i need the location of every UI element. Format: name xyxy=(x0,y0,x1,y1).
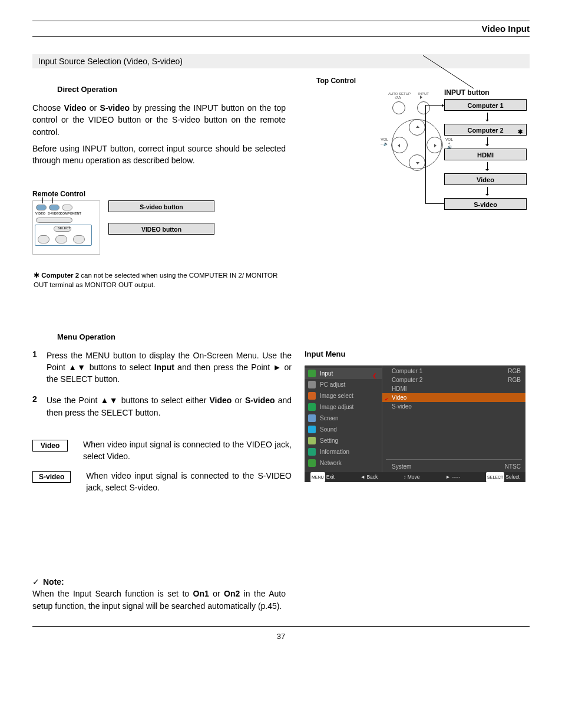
osd-item-sound[interactable]: Sound xyxy=(305,424,382,435)
s2c: or xyxy=(232,396,245,405)
na: When the Input Search function is set to xyxy=(32,589,193,598)
s2a: Use the Point ▲▼ buttons to select eithe… xyxy=(47,396,209,405)
remote-video-box: VIDEO button xyxy=(108,223,214,235)
osd-icon-network xyxy=(308,459,316,467)
osd-item-pcadjust[interactable]: PC adjust xyxy=(305,379,382,390)
nc: or xyxy=(209,589,224,598)
osd-icon-sound xyxy=(308,426,316,433)
osd-row-hdmi[interactable]: HDMI xyxy=(382,384,525,393)
flow-video: Video xyxy=(444,173,527,185)
osd-icon-information xyxy=(308,448,316,456)
page-number: 37 xyxy=(277,632,285,641)
nb: On1 xyxy=(193,589,209,598)
note-title-label: Note: xyxy=(43,577,64,587)
step1-number: 1 xyxy=(32,350,41,386)
para-1: Choose Video or S-video by pressing the … xyxy=(32,102,286,138)
osd-row-computer1[interactable]: Computer 1RGB xyxy=(382,367,525,375)
nd: On2 xyxy=(224,589,240,598)
s2b: Video xyxy=(209,396,232,405)
flow-svideo: S-video xyxy=(444,198,527,210)
input-flow-chart: INPUT button Computer 1 Computer 2✱ HDMI… xyxy=(444,88,530,210)
section-title-1: Input Source Selection (Video, S-video) xyxy=(32,54,530,68)
osd-item-screen[interactable]: Screen xyxy=(305,413,382,424)
remote-control-diagram: VIDEO S-VIDEO COMPONENT SELECT xyxy=(32,200,100,255)
osd-move: Move xyxy=(408,472,420,482)
svideo-connect-text: When video input signal is connected to … xyxy=(86,470,292,494)
osd-select: Select xyxy=(505,472,520,482)
osd-item-imageadjust[interactable]: Image adjust xyxy=(305,401,382,413)
osd-icon-input xyxy=(308,370,316,377)
flow-computer1: Computer 1 xyxy=(444,99,527,111)
footnote: ✱ Computer 2 can not be selected when us… xyxy=(34,271,287,289)
flow-hdmi: HDMI xyxy=(444,149,527,160)
osd-icon-pcadjust xyxy=(308,381,316,388)
remote-video-label: VIDEO xyxy=(35,212,45,215)
menu-operation-label: Menu Operation xyxy=(52,331,120,342)
osd-footer: MENUExit ◄ Back ↕ Move ► ----- SELECTSel… xyxy=(305,472,525,482)
p1b: Video xyxy=(64,103,87,113)
osd-r1v: RGB xyxy=(508,375,521,384)
input-label: INPUT xyxy=(415,92,432,95)
osd-row-video[interactable]: ✔Video xyxy=(382,393,525,402)
footnote-bold: Computer 2 xyxy=(41,272,79,279)
input-button-heading: INPUT button xyxy=(444,88,530,97)
osd-dash: ----- xyxy=(452,472,460,482)
osd-r4n: S-video xyxy=(392,402,412,411)
osd-row-svideo[interactable]: S-video xyxy=(382,402,525,411)
top-control-heading: Top Control xyxy=(316,77,530,85)
osd-label-screen: Screen xyxy=(320,415,339,421)
osd-item-setting[interactable]: Setting xyxy=(305,435,382,446)
osd-icon-imageadjust xyxy=(308,403,316,411)
osd-r0v: RGB xyxy=(508,367,521,375)
step1-text: Press the MENU button to display the On-… xyxy=(47,350,292,386)
osd-icon-imageselect xyxy=(308,392,316,400)
remote-control-heading: Remote Control xyxy=(32,190,100,198)
step2-text: Use the Point ▲▼ buttons to select eithe… xyxy=(47,394,292,419)
svideo-box: S-video xyxy=(32,471,71,483)
osd-system-val: NTSC xyxy=(505,462,521,471)
remote-svideo-box: S-video button xyxy=(108,200,214,212)
osd-label-pcadjust: PC adjust xyxy=(320,381,345,388)
osd-system-label: System xyxy=(392,462,411,471)
osd-label-sound: Sound xyxy=(320,426,337,433)
direct-operation-label: Direct Operation xyxy=(52,84,122,95)
note-title: Note: xyxy=(32,576,286,588)
osd-icon-screen xyxy=(308,414,316,422)
osd-item-input[interactable]: Input❮ xyxy=(305,368,382,379)
osd-menu-screenshot: Input❮ PC adjust Image select Image adju… xyxy=(305,365,525,482)
remote-component-label: COMPONENT xyxy=(60,212,81,215)
osd-item-network[interactable]: Network xyxy=(305,457,382,469)
point-up-button[interactable] xyxy=(409,119,425,136)
osd-label-setting: Setting xyxy=(320,437,338,444)
flow-computer2-label: Computer 2 xyxy=(467,127,503,134)
osd-label-imageselect: Image select xyxy=(320,393,353,399)
osd-row-system[interactable]: SystemNTSC xyxy=(382,462,525,471)
osd-exit: Exit xyxy=(326,472,335,482)
remote-svideo-label: S-VIDEO xyxy=(48,212,61,215)
osd-item-imageselect[interactable]: Image select xyxy=(305,390,382,401)
osd-item-information[interactable]: Information xyxy=(305,446,382,457)
point-down-button[interactable] xyxy=(409,154,425,171)
footnote-asterisk: ✱ xyxy=(34,272,39,279)
s2d: S-video xyxy=(245,396,275,405)
flow-computer2: Computer 2✱ xyxy=(444,124,527,136)
input-menu-heading: Input Menu xyxy=(305,350,530,358)
osd-back: Back xyxy=(366,472,378,482)
osd-label-input: Input xyxy=(320,370,333,377)
para-2: Before using INPUT button, correct input… xyxy=(32,143,286,167)
osd-select-kbd: SELECT xyxy=(486,472,504,482)
osd-menu-kbd: MENU xyxy=(310,472,325,482)
auto-setup-button[interactable] xyxy=(392,101,405,114)
osd-label-network: Network xyxy=(320,460,342,466)
video-connect-text: When video input signal is connected to … xyxy=(83,439,292,463)
p1c: or xyxy=(86,103,100,113)
point-left-button[interactable] xyxy=(391,137,408,153)
osd-r0n: Computer 1 xyxy=(392,367,422,375)
osd-label-imageadjust: Image adjust xyxy=(320,404,353,410)
vol-left-minus: – xyxy=(381,141,383,146)
osd-r3n: Video xyxy=(392,393,406,402)
osd-r1n: Computer 2 xyxy=(392,375,422,384)
step2-number: 2 xyxy=(32,394,41,419)
osd-row-computer2[interactable]: Computer 2RGB xyxy=(382,375,525,384)
note-body: When the Input Search function is set to… xyxy=(32,588,286,612)
